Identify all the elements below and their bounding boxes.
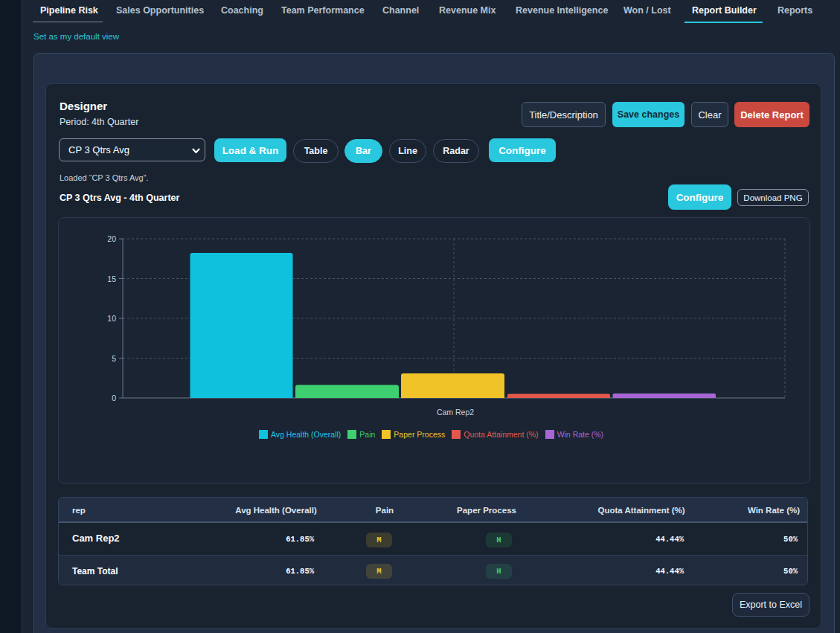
svg-text:20: 20 — [107, 234, 116, 243]
svg-text:0: 0 — [112, 393, 116, 402]
svg-text:10: 10 — [107, 314, 116, 323]
svg-text:Cam Rep2: Cam Rep2 — [437, 408, 474, 417]
svg-text:15: 15 — [107, 274, 116, 283]
svg-text:5: 5 — [112, 354, 116, 363]
